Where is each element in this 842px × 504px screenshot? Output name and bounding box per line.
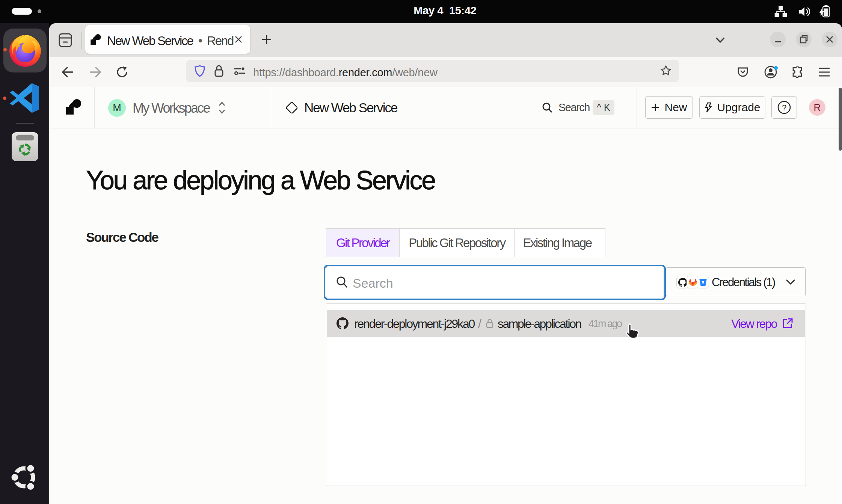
svg-text:?: ? (782, 103, 786, 112)
